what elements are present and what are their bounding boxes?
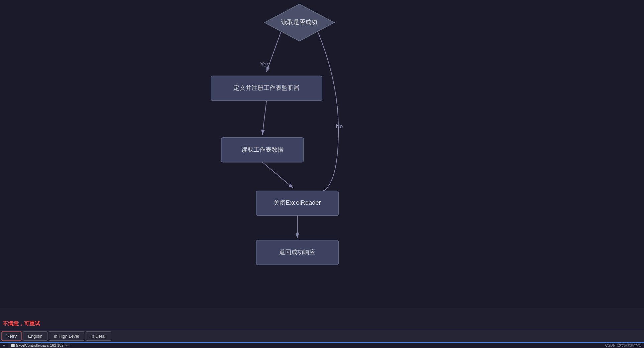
arrow-no-path xyxy=(318,32,338,193)
file-name: ExcelController.java xyxy=(16,343,48,347)
plus-button[interactable]: + xyxy=(3,343,5,348)
close-tab-icon[interactable]: ✕ xyxy=(65,344,68,347)
decision-label: 读取是否成功 xyxy=(281,18,317,25)
process-label-close: 关闭ExcelReader xyxy=(274,199,321,206)
diagram-area: 读取是否成功 Yes No 定义并注册工作表监听器 读取工作表数据 关闭Exce… xyxy=(0,0,644,308)
retry-button[interactable]: Retry xyxy=(1,331,22,341)
arrow-p1-p2 xyxy=(262,101,266,135)
flowchart-svg: 读取是否成功 Yes No 定义并注册工作表监听器 读取工作表数据 关闭Exce… xyxy=(0,0,644,308)
status-bar: + ⬜ ExcelController.java 162-182 ✕ CSDN … xyxy=(0,342,644,348)
file-line-range: 162-182 xyxy=(50,343,63,347)
yes-label: Yes xyxy=(260,62,269,67)
arrow-p2-p3 xyxy=(262,162,293,188)
button-bar: Retry English In High Level In Detail xyxy=(0,330,644,342)
process-label-read-data: 读取工作表数据 xyxy=(241,146,284,153)
feedback-bar: 不满意，可重试 xyxy=(0,318,644,330)
feedback-text: 不满意，可重试 xyxy=(3,320,40,327)
english-button[interactable]: English xyxy=(23,331,47,341)
file-tab: ⬜ ExcelController.java 162-182 ✕ xyxy=(8,343,70,348)
file-icon: ⬜ xyxy=(11,344,15,347)
high-level-button[interactable]: In High Level xyxy=(49,331,84,341)
status-left: + ⬜ ExcelController.java 162-182 ✕ xyxy=(3,343,70,348)
brand-label: CSDN @技术咖啡馆C xyxy=(605,343,641,348)
no-label: No xyxy=(336,124,343,129)
process-label-register: 定义并注册工作表监听器 xyxy=(233,84,300,91)
process-label-return: 返回成功响应 xyxy=(279,248,315,255)
detail-button[interactable]: In Detail xyxy=(86,331,112,341)
